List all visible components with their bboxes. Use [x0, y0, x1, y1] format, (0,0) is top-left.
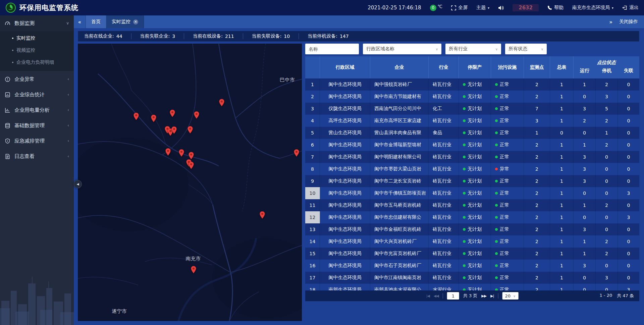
theme-dropdown[interactable]: 主题 ▾: [476, 5, 489, 11]
monitor-points-cell: 2: [524, 139, 550, 151]
table-row[interactable]: 3仪陇生态环境局西南油气田分公司川中化工无计划正常71350: [305, 103, 639, 115]
table-row[interactable]: 6阆中生态环境局阆中市金博瑞新型墙材砖瓦行业无计划正常21120: [305, 139, 639, 151]
tabs-back-button[interactable]: «: [74, 15, 86, 28]
row-index-cell[interactable]: 9: [305, 175, 320, 187]
logout-button[interactable]: 退出: [622, 5, 639, 11]
chevron-collapsed-icon: ‹: [67, 139, 69, 143]
row-index-cell[interactable]: 3: [305, 103, 320, 115]
prev-page-button[interactable]: ◀◀: [434, 294, 439, 298]
map-pin[interactable]: [259, 211, 265, 219]
sidebar-item-power-analysis[interactable]: 企业用电量分析‹: [0, 102, 74, 118]
tab-home[interactable]: 首页: [86, 15, 106, 28]
row-index-cell[interactable]: 17: [305, 272, 320, 284]
table-row[interactable]: 17阆中生态环境局阆中市江南镇阆南页岩砖瓦行业无计划正常21030: [305, 272, 639, 284]
first-page-button[interactable]: |◀: [426, 294, 430, 298]
row-index-cell[interactable]: 1: [305, 78, 320, 91]
row-index-cell[interactable]: 11: [305, 199, 320, 211]
row-index-cell[interactable]: 14: [305, 235, 320, 248]
close-operations-button[interactable]: 关闭操作: [619, 19, 638, 25]
table-row[interactable]: 12阆中生态环境局阆中市忠信建材有限公砖瓦行业无计划正常21003: [305, 211, 639, 223]
table-row[interactable]: 16阆中生态环境局阆中市石子页岩机砖厂砖瓦行业无计划正常21300: [305, 260, 639, 272]
table-row[interactable]: 10阆中生态环境局阆中市千佛镇五郎垭页岩砖瓦行业无计划正常21003: [305, 187, 639, 199]
table-row[interactable]: 14阆中生态环境局阆中大兴页岩机砖厂砖瓦行业无计划正常21120: [305, 235, 639, 248]
table-row[interactable]: 5营山生态环境局营山县润丰肉食品有限食品无计划正常10010: [305, 127, 639, 139]
sidebar-collapse-handle[interactable]: ◀: [74, 180, 82, 188]
table-row[interactable]: 2阆中生态环境局阆中市南方节能建材有砖瓦行业无计划正常21030: [305, 91, 639, 103]
map-pin[interactable]: [169, 109, 175, 117]
last-page-button[interactable]: ▶|: [490, 294, 494, 298]
meters-cell: 1: [550, 284, 574, 290]
org-dropdown[interactable]: 南充市生态环境局 ▾: [572, 5, 613, 11]
page-size-select[interactable]: 20 ∨: [502, 292, 518, 300]
table-row[interactable]: 18南部生态环境局南部县鸿丰水泥有限公水泥行业无计划正常21003: [305, 284, 639, 290]
map-pin[interactable]: [219, 99, 225, 107]
row-index-cell[interactable]: 13: [305, 223, 320, 235]
map-pin[interactable]: [187, 126, 193, 134]
region-cell: 阆中生态环境局: [320, 272, 370, 284]
table-row[interactable]: 7阆中生态环境局阆中明阳建材有限公司砖瓦行业无计划正常21300: [305, 151, 639, 163]
fullscreen-button[interactable]: 全屏: [451, 5, 468, 11]
facility-cell: 正常: [491, 115, 524, 127]
status-dot-icon: [495, 264, 498, 267]
map-pin[interactable]: [151, 114, 157, 122]
sidebar-subitem-power-load-detail[interactable]: 企业电力负荷明细: [0, 56, 74, 68]
next-page-button[interactable]: ▶▶: [481, 294, 486, 298]
sidebar-item-data-monitoring[interactable]: 数据监测∨: [0, 15, 74, 31]
map-pin[interactable]: [191, 266, 197, 274]
table-row[interactable]: 13阆中生态环境局阆中市金福旺页岩机砖砖瓦行业无计划正常21300: [305, 223, 639, 235]
facility-label: 正常: [500, 82, 509, 88]
sidebar-subitem-video-monitor[interactable]: 视频监控: [0, 44, 74, 56]
row-index-cell[interactable]: 8: [305, 163, 320, 175]
sidebar-item-enterprise-statistics[interactable]: 企业综合统计‹: [0, 87, 74, 102]
sidebar-item-enterprise-abnormal[interactable]: 企业异常‹: [0, 71, 74, 87]
row-index-cell[interactable]: 7: [305, 151, 320, 163]
volume-button[interactable]: [498, 5, 504, 10]
map-pin[interactable]: [165, 148, 171, 156]
map-pin[interactable]: [293, 149, 300, 157]
status-filter-select[interactable]: 所有状态 ∨: [505, 44, 547, 54]
table-row[interactable]: 15阆中生态环境局阆中市光富页岩机砖厂砖瓦行业无计划正常21120: [305, 248, 639, 260]
row-index-cell[interactable]: 18: [305, 284, 320, 290]
row-index-cell[interactable]: 16: [305, 260, 320, 272]
tabs-forward-button[interactable]: »: [609, 19, 612, 25]
name-filter-input[interactable]: [305, 44, 359, 54]
region-filter-select[interactable]: 行政区域名称 ∨: [363, 44, 441, 54]
sidebar-subitem-realtime-monitor[interactable]: 实时监控: [0, 32, 74, 44]
map-pin[interactable]: [188, 161, 194, 169]
help-button[interactable]: 帮助: [547, 5, 564, 11]
map-pin[interactable]: [188, 152, 194, 160]
table-row[interactable]: 1阆中生态环境局阆中强锐页岩砖厂砖瓦行业无计划正常21120: [305, 78, 639, 91]
table-row[interactable]: 8阆中生态环境局阆中市枣碧大梁山页岩砖瓦行业无计划异常21300: [305, 163, 639, 175]
map-pin[interactable]: [133, 112, 139, 120]
map-pin[interactable]: [178, 149, 184, 157]
sidebar-item-log-view[interactable]: 日志查看‹: [0, 149, 74, 164]
restriction-cell: 无计划: [459, 127, 491, 139]
industry-filter-select[interactable]: 所有行业 ∨: [445, 44, 501, 54]
row-index-cell[interactable]: 15: [305, 248, 320, 260]
monitor-points-cell: 2: [524, 223, 550, 235]
row-index-cell[interactable]: 12: [305, 211, 320, 223]
help-label: 帮助: [554, 5, 564, 11]
facility-cell: 正常: [491, 248, 524, 260]
stopped-cell: 0: [596, 223, 618, 235]
page-number-input[interactable]: [447, 292, 459, 300]
sidebar-item-base-data[interactable]: 基础数据管理‹: [0, 118, 74, 133]
row-index-cell[interactable]: 2: [305, 91, 320, 103]
facility-label: 正常: [500, 226, 509, 232]
row-index-cell[interactable]: 10: [305, 187, 320, 199]
sidebar-item-label: 企业异常: [14, 76, 35, 83]
tab-realtime[interactable]: 实时监控×: [106, 15, 144, 28]
row-index-cell[interactable]: 4: [305, 115, 320, 127]
industry-cell: 砖瓦行业: [429, 223, 459, 235]
map-pin[interactable]: [171, 126, 177, 134]
table-row[interactable]: 9阆中生态环境局阆中市二龙长宝页岩砖砖瓦行业无计划正常21300: [305, 175, 639, 187]
chevron-down-icon: ▾: [612, 6, 613, 10]
map-pin[interactable]: [194, 111, 200, 119]
close-icon[interactable]: ×: [133, 19, 138, 24]
table-row[interactable]: 4高坪生态环境局南充市高坪区王家店建砖瓦行业无计划正常31220: [305, 115, 639, 127]
row-index-cell[interactable]: 6: [305, 139, 320, 151]
row-index-cell[interactable]: 5: [305, 127, 320, 139]
table-row[interactable]: 11阆中生态环境局阆中市五马桥页岩机砖砖瓦行业无计划正常21120: [305, 199, 639, 211]
map-panel[interactable]: 巴中市南充市遂宁市: [78, 44, 302, 321]
sidebar-item-emergency-reduction[interactable]: 应急减排管理‹: [0, 133, 74, 149]
